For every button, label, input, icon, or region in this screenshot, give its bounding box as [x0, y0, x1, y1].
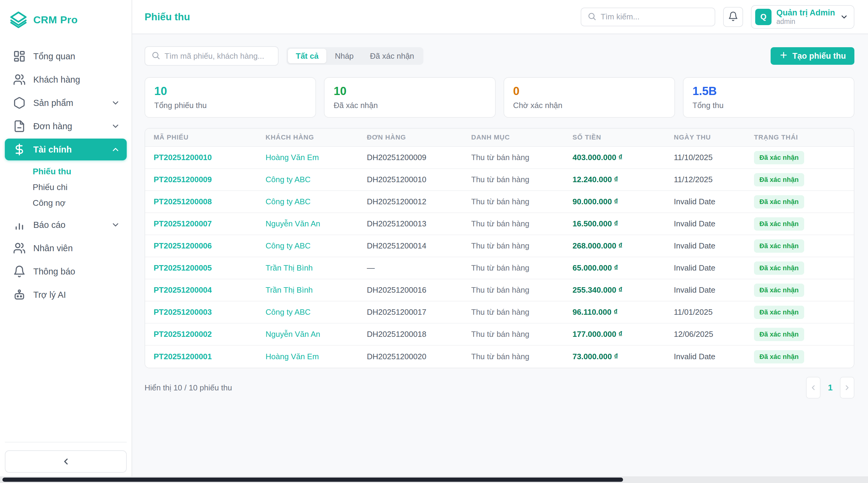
document-icon	[13, 120, 26, 133]
global-search[interactable]	[581, 7, 715, 26]
customer-link[interactable]: Công ty ABC	[257, 175, 359, 184]
sidebar-item-tai-chinh[interactable]: Tài chính	[5, 139, 127, 160]
stat-label: Tổng thu	[692, 101, 845, 110]
amount-value: 16.500.000 ₫	[564, 219, 665, 229]
table-row[interactable]: PT20251200002 Nguyễn Văn An DH2025120001…	[145, 324, 854, 345]
date-value: 12/06/2025	[665, 330, 745, 339]
users-icon	[13, 241, 26, 255]
customer-link[interactable]: Nguyễn Văn An	[257, 219, 359, 229]
page-title: Phiếu thu	[145, 11, 190, 23]
order-code: —	[359, 263, 463, 273]
table-row[interactable]: PT20251200007 Nguyễn Văn An DH2025120001…	[145, 213, 854, 235]
amount-value: 90.000.000 ₫	[564, 197, 665, 206]
stat-label: Tổng phiếu thu	[154, 101, 306, 110]
table-row[interactable]: PT20251200006 Công ty ABC DH20251200014 …	[145, 235, 854, 257]
sidebar-item-khach-hang[interactable]: Khách hàng	[5, 69, 127, 90]
stat-card-confirmed: 10 Đã xác nhận	[324, 77, 495, 118]
order-code: DH20251200009	[359, 153, 463, 162]
next-page-button[interactable]	[840, 377, 855, 398]
customer-link[interactable]: Nguyễn Văn An	[257, 330, 359, 339]
sidebar-item-label: Khách hàng	[33, 75, 120, 85]
customer-link[interactable]: Hoàng Văn Em	[257, 352, 359, 361]
submenu-item-phieu-chi[interactable]: Phiếu chi	[5, 179, 127, 195]
receipt-code-link[interactable]: PT20251200006	[145, 241, 257, 250]
date-value: Invalid Date	[665, 352, 745, 361]
sidebar-item-label: Nhân viên	[33, 243, 120, 253]
horizontal-scrollbar[interactable]	[0, 476, 868, 483]
sidebar-item-label: Thông báo	[33, 267, 120, 277]
customer-link[interactable]: Công ty ABC	[257, 197, 359, 206]
global-search-input[interactable]	[601, 12, 709, 22]
app-logo[interactable]: CRM Pro	[5, 8, 127, 31]
amount-value: 65.000.000 ₫	[564, 263, 665, 273]
category-label: Thu từ bán hàng	[463, 352, 564, 361]
sidebar-item-nhan-vien[interactable]: Nhân viên	[5, 237, 127, 259]
sidebar-item-tro-ly-ai[interactable]: Trợ lý AI	[5, 284, 127, 306]
tab-tat-ca[interactable]: Tất cả	[288, 49, 326, 63]
user-role: admin	[776, 18, 835, 25]
dollar-icon	[13, 143, 26, 156]
customer-link[interactable]: Công ty ABC	[257, 241, 359, 250]
topbar: Phiếu thu Q Quản trị Admin admin	[132, 0, 868, 34]
customer-link[interactable]: Trần Thị Bình	[257, 285, 359, 295]
table-row[interactable]: PT20251200008 Công ty ABC DH20251200012 …	[145, 191, 854, 213]
plus-icon	[779, 51, 788, 62]
receipt-code-link[interactable]: PT20251200007	[145, 219, 257, 229]
table-row[interactable]: PT20251200003 Công ty ABC DH20251200017 …	[145, 301, 854, 324]
category-label: Thu từ bán hàng	[463, 175, 564, 184]
tab-da-xac-nhan[interactable]: Đã xác nhận	[362, 49, 422, 63]
customer-link[interactable]: Hoàng Văn Em	[257, 153, 359, 162]
horizontal-scrollbar-thumb[interactable]	[2, 478, 623, 482]
receipt-code-link[interactable]: PT20251200001	[145, 352, 257, 361]
sidebar-item-label: Báo cáo	[33, 220, 104, 230]
stat-card-revenue: 1.5B Tổng thu	[683, 77, 855, 118]
create-receipt-button[interactable]: Tạo phiếu thu	[771, 47, 855, 65]
receipt-code-link[interactable]: PT20251200009	[145, 175, 257, 184]
tab-nhap[interactable]: Nháp	[327, 49, 362, 63]
sidebar-item-label: Tài chính	[33, 145, 104, 155]
receipt-code-link[interactable]: PT20251200003	[145, 307, 257, 317]
notifications-button[interactable]	[723, 7, 743, 27]
stat-value: 0	[513, 85, 665, 98]
submenu-item-cong-no[interactable]: Công nợ	[5, 195, 127, 211]
table-row[interactable]: PT20251200004 Trần Thị Bình DH2025120001…	[145, 279, 854, 301]
receipt-code-link[interactable]: PT20251200004	[145, 285, 257, 295]
search-icon	[151, 51, 160, 61]
status-badge: Đã xác nhận	[754, 239, 804, 253]
sidebar-item-label: Trợ lý AI	[33, 290, 120, 300]
date-value: 11/10/2025	[665, 153, 745, 162]
table-row[interactable]: PT20251200005 Trần Thị Bình — Thu từ bán…	[145, 257, 854, 279]
sidebar-item-thong-bao[interactable]: Thông báo	[5, 261, 127, 282]
receipt-code-link[interactable]: PT20251200010	[145, 153, 257, 162]
receipt-search[interactable]	[145, 46, 279, 66]
sidebar-collapse-button[interactable]	[5, 450, 127, 473]
receipt-code-link[interactable]: PT20251200002	[145, 330, 257, 339]
chevron-up-icon	[111, 145, 120, 154]
table-row[interactable]: PT20251200009 Công ty ABC DH20251200010 …	[145, 169, 854, 191]
sidebar-item-don-hang[interactable]: Đơn hàng	[5, 115, 127, 137]
receipt-code-link[interactable]: PT20251200008	[145, 197, 257, 206]
sidebar-item-bao-cao[interactable]: Báo cáo	[5, 214, 127, 236]
sidebar-item-san-pham[interactable]: Sản phẩm	[5, 92, 127, 114]
status-badge: Đã xác nhận	[754, 328, 804, 341]
table-row[interactable]: PT20251200001 Hoàng Văn Em DH20251200020…	[145, 345, 854, 368]
amount-value: 268.000.000 ₫	[564, 241, 665, 250]
sidebar-item-tong-quan[interactable]: Tổng quan	[5, 46, 127, 67]
sidebar-item-label: Đơn hàng	[33, 121, 104, 131]
robot-icon	[13, 288, 26, 301]
table-row[interactable]: PT20251200010 Hoàng Văn Em DH20251200009…	[145, 147, 854, 169]
bar-chart-icon	[13, 218, 26, 232]
avatar: Q	[755, 9, 772, 25]
user-menu[interactable]: Q Quản trị Admin admin	[751, 5, 855, 29]
stat-card-pending: 0 Chờ xác nhận	[503, 77, 675, 118]
customer-link[interactable]: Công ty ABC	[257, 307, 359, 317]
receipt-code-link[interactable]: PT20251200005	[145, 263, 257, 273]
submenu-item-phieu-thu[interactable]: Phiếu thu	[5, 164, 127, 179]
customer-link[interactable]: Trần Thị Bình	[257, 263, 359, 273]
previous-page-button[interactable]	[806, 377, 820, 398]
date-value: 11/12/2025	[665, 175, 745, 184]
receipt-search-input[interactable]	[164, 52, 272, 61]
status-badge: Đã xác nhận	[754, 262, 804, 275]
content-area: Tất cả Nháp Đã xác nhận Tạo phiếu thu 10…	[132, 34, 868, 483]
sidebar-nav: Tổng quan Khách hàng Sản phẩm	[5, 46, 127, 307]
